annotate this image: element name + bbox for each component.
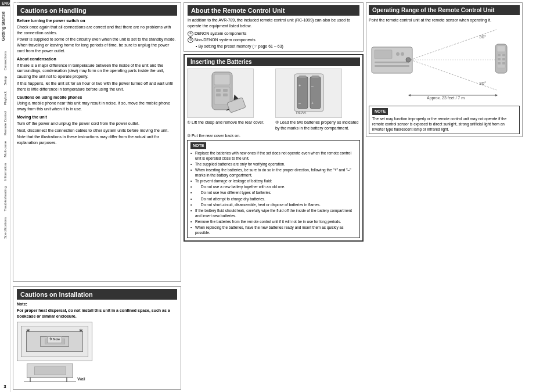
remote-intro: In addition to the AVR-789, the included… [188, 17, 359, 29]
battery-note-10: Remove the batteries from the remote con… [190, 219, 357, 224]
batteries-steps: ① Lift the clasp and remove the rear cov… [187, 69, 360, 131]
remote-item-2-sub: • By setting the preset memory (☞ page 6… [188, 44, 359, 49]
batteries-note-box: NOTE Replace the batteries with new ones… [187, 140, 360, 238]
handling-item-6-text: Turn off the power and unplug the power … [17, 121, 177, 127]
sidebar-item-specifications[interactable]: Specifications [3, 215, 8, 241]
sidebar-item-information[interactable]: Information [3, 161, 8, 183]
handling-content: Before turning the power switch on Check… [17, 18, 177, 146]
svg-rect-4 [223, 89, 228, 92]
range-diagram: 30° 30° Approx. 23 feet / 7 m [369, 27, 520, 102]
remote-item-1: ① DENON system components [188, 31, 359, 37]
svg-text:Approx. 23 feet / 7 m: Approx. 23 feet / 7 m [427, 96, 465, 100]
right-column: Operating Range of the Remote Control Un… [366, 2, 523, 390]
battery-note-8: Do not short-circuit, disassemble, heat … [190, 202, 357, 207]
remote-item-2: ② Non-DENON system components [188, 37, 359, 43]
sidebar-item-multizone[interactable]: Multi-zone [3, 139, 8, 160]
battery-step-3: ③ Put the rear cover back on. [187, 134, 360, 138]
handling-item-1-text: Check once again that all connections ar… [17, 24, 177, 36]
sidebar-item-setup[interactable]: Setup [3, 74, 8, 88]
handling-item-1-title: Before turning the power switch on [17, 18, 177, 24]
svg-text:R6/AA: R6/AA [296, 111, 306, 114]
svg-rect-14 [312, 75, 319, 78]
battery-step2-text: Load the two batteries properly as indic… [275, 120, 358, 130]
batteries-section: Inserting the Batteries [184, 54, 364, 242]
svg-rect-36 [502, 58, 505, 60]
svg-rect-22 [375, 62, 409, 63]
svg-rect-19 [375, 50, 392, 59]
remote-item-1-text: DENON system components [195, 31, 246, 37]
installation-note-label: Note: [17, 301, 177, 307]
handling-item-3-title: About condensation [17, 56, 177, 62]
svg-text:+: + [311, 101, 314, 105]
installation-section: Cautions on Installation Note: For prope… [13, 286, 181, 390]
svg-rect-34 [502, 54, 505, 56]
batteries-title: Inserting the Batteries [187, 57, 360, 66]
handling-item-5-title: Cautions on using mobile phones [17, 95, 177, 100]
svg-text:30°: 30° [479, 81, 486, 86]
diagram-note: ※ Note [47, 336, 62, 343]
svg-rect-6 [223, 93, 228, 96]
battery-note-5: Do not use a new battery together with a… [190, 184, 357, 189]
svg-rect-31 [497, 46, 505, 52]
handling-item-3-text: If there is a major difference in temper… [17, 63, 177, 80]
operating-range-title: Operating Range of the Remote Control Un… [369, 5, 520, 15]
sidebar-item-remote-control[interactable]: Remote Control [3, 109, 8, 138]
installation-title: Cautions on Installation [17, 289, 177, 300]
batteries-notes: Replace the batteries with new ones if t… [190, 150, 357, 235]
sidebar-item-playback[interactable]: Playback [3, 89, 8, 107]
remote-title: About the Remote Control Unit [188, 5, 359, 16]
handling-section: Cautions on Handling Before turning the … [13, 2, 181, 282]
operating-range-note-label: NOTE [372, 108, 388, 115]
svg-rect-33 [498, 54, 501, 56]
svg-point-20 [396, 52, 400, 56]
handling-item-8-text: Note that the illustrations in these ins… [17, 134, 177, 146]
language-label: ENGLISH [0, 0, 10, 6]
svg-text:–: – [311, 84, 314, 88]
svg-rect-3 [216, 89, 221, 92]
svg-rect-10 [299, 75, 306, 78]
svg-marker-41 [408, 94, 411, 96]
remote-item-1-num: ① [188, 31, 193, 37]
battery-step2-diagram: + – – + R6/AA [275, 69, 342, 118]
batteries-note-label: NOTE [190, 142, 206, 149]
svg-rect-37 [498, 62, 501, 64]
operating-range-section: Operating Range of the Remote Control Un… [366, 2, 523, 137]
battery-note-7: Do not attempt to charge dry batteries. [190, 196, 357, 202]
handling-title: Cautions on Handling [17, 5, 177, 16]
battery-step-2: + – – + R6/AA ② Load the two batteries p… [275, 69, 360, 131]
operating-range-note-text: The set may function improperly or the r… [372, 116, 516, 132]
svg-rect-1 [214, 74, 230, 85]
middle-column: About the Remote Control Unit In additio… [184, 2, 364, 390]
remote-item-2-text: Non-DENON system components [195, 37, 256, 43]
svg-rect-38 [502, 62, 505, 64]
svg-text:30°: 30° [479, 34, 486, 39]
sidebar-item-troubleshooting[interactable]: Troubleshooting [3, 184, 8, 214]
sidebar-tabs: Connections Setup Playback Remote Contro… [0, 46, 10, 392]
operating-range-note-box: NOTE The set may function improperly or … [369, 106, 520, 134]
battery-note-11: When replacing the batteries, have the n… [190, 225, 357, 235]
operating-range-description: Point the remote control unit at the rem… [369, 17, 520, 23]
svg-rect-23 [375, 65, 409, 67]
page-number: 3 [3, 384, 6, 389]
svg-point-24 [406, 57, 411, 62]
remote-item-2-num: ② [188, 37, 193, 43]
svg-text:–: – [298, 101, 301, 105]
svg-rect-35 [498, 58, 501, 60]
battery-note-3: When inserting the batteries, be sure to… [190, 167, 357, 178]
handling-item-4-text: If this happens, let the unit sit for an… [17, 81, 177, 92]
battery-step1-text: Lift the clasp and remove the rear cover… [192, 120, 264, 124]
battery-note-6: Do not use two different types of batter… [190, 190, 357, 195]
battery-note-1: Replace the batteries with new ones if t… [190, 150, 357, 161]
svg-text:+: + [298, 84, 301, 88]
battery-step1-diagram [187, 69, 254, 118]
battery-step1-num: ① Lift the clasp and remove the rear cov… [187, 120, 272, 125]
sidebar-item-connections[interactable]: Connections [3, 49, 8, 73]
svg-rect-5 [216, 93, 221, 96]
handling-item-5-text: Using a mobile phone near this unit may … [17, 100, 177, 112]
installation-note-text: For proper heat dispersal, do not instal… [17, 308, 177, 319]
getting-started-label: Getting Started [0, 6, 10, 46]
installation-content: Note: For proper heat dispersal, do not … [17, 301, 177, 387]
sidebar: ENGLISH Getting Started Connections Setu… [0, 0, 10, 392]
battery-step2-num: ② Load the two batteries properly as ind… [275, 120, 360, 131]
svg-point-21 [401, 52, 404, 56]
